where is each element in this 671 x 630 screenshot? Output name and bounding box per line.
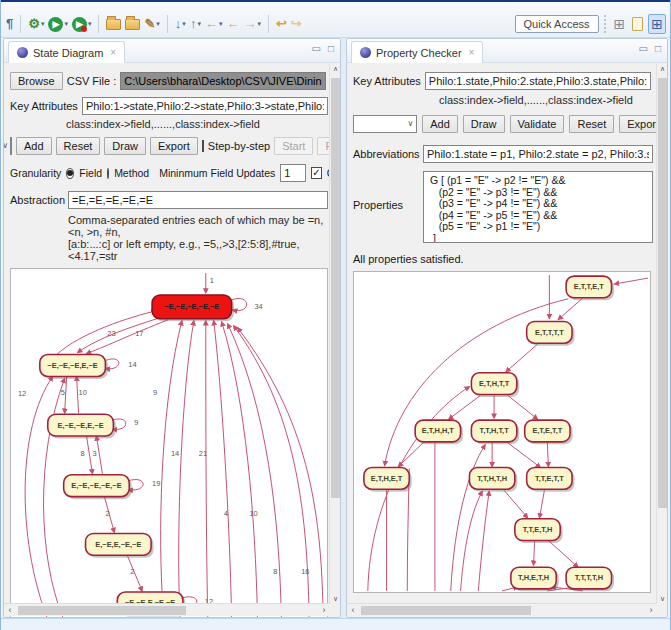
graph-edge [547, 443, 548, 467]
push-up-icon[interactable]: ↑▾ [189, 14, 202, 34]
close-icon[interactable]: × [469, 47, 475, 58]
scroll-right-icon[interactable]: › [318, 605, 330, 615]
scroll-left-icon[interactable]: ‹ [347, 605, 359, 615]
main-toolbar: ¶⚙▾▶▾▶▾✎▾↓▾↑▾←▾←→▾↩↪ Quick Access ⊞ ⊞ [1, 2, 670, 38]
method-radio[interactable] [107, 168, 109, 179]
graph-edge [179, 321, 194, 617]
draw-button[interactable]: Draw [104, 137, 146, 155]
csv-path-field[interactable] [120, 72, 326, 90]
last-edit-location-icon[interactable]: ↩ [275, 14, 288, 34]
close-icon[interactable]: × [110, 47, 116, 58]
new-file-icon[interactable] [632, 17, 643, 31]
attribute-combo[interactable]: ∨ [10, 137, 12, 155]
tab-title: Property Checker [376, 47, 462, 59]
state-node-label: E,~E,E,~E,~E [95, 540, 141, 549]
property-graph-canvas[interactable]: E,T,T,E,TE,T,T,T,TE,T,H,T,TE,T,H,H,TT,T,… [353, 271, 651, 593]
key-attributes-hint: class:index->field,......,class:index->f… [66, 118, 340, 130]
key-attributes-input[interactable] [425, 72, 651, 90]
maximize-icon[interactable]: □ [328, 44, 334, 54]
view-sphere-icon [17, 47, 28, 58]
tab-state-diagram[interactable]: State Diagram × [8, 41, 125, 63]
scrollbar-thumb[interactable] [331, 78, 340, 498]
graph-edge [478, 491, 489, 591]
graph-edge [508, 443, 541, 468]
scroll-up-icon[interactable]: ∧ [330, 65, 340, 73]
scroll-down-icon[interactable]: ∨ [657, 595, 667, 603]
csv-file-label: CSV File : [67, 75, 117, 87]
open-folder-icon[interactable] [105, 14, 122, 34]
horizontal-scrollbar[interactable]: ‹ › [347, 603, 657, 616]
scroll-down-icon[interactable]: ∨ [330, 595, 340, 603]
workbench-area: State Diagram × ▭ □ Browse CSV File : Ke… [3, 38, 668, 618]
quick-access-button[interactable]: Quick Access [515, 15, 599, 33]
scroll-left-icon[interactable]: ‹ [4, 605, 16, 615]
vertical-scrollbar[interactable]: ∧ ∨ [656, 64, 667, 604]
graph-edge [504, 490, 528, 518]
forward-icon[interactable]: →▾ [242, 14, 262, 34]
scroll-up-icon[interactable]: ∧ [657, 65, 667, 73]
graph-edge [78, 318, 160, 353]
annotate-brush-icon[interactable]: ✎▾ [143, 14, 160, 34]
add-button[interactable]: Add [422, 115, 458, 133]
min-field-updates-input[interactable] [280, 164, 306, 182]
add-button[interactable]: Add [16, 137, 52, 155]
open-perspective-icon[interactable]: ⊞ [612, 15, 628, 33]
graph-edge [461, 491, 483, 591]
back-icon[interactable]: ← [225, 14, 240, 34]
property-checker-content: Key Attributes class:index->field,......… [347, 64, 667, 617]
edge-count-label: 3 [92, 449, 96, 458]
field-radio[interactable] [66, 168, 74, 179]
tab-title: State Diagram [33, 47, 103, 59]
debug-icon[interactable]: ⚙▾ [27, 14, 45, 34]
step-by-step-checkbox[interactable] [202, 140, 204, 152]
graph-edge [539, 490, 544, 518]
toolbar-separator [167, 15, 168, 33]
edge-count-label: 10 [249, 509, 257, 518]
minimize-icon[interactable]: ▭ [639, 44, 648, 54]
back-history-icon[interactable]: ←▾ [204, 14, 224, 34]
reset-button[interactable]: Reset [56, 137, 101, 155]
abstraction-input[interactable] [68, 191, 328, 209]
abstraction-label: Abstraction [10, 194, 64, 206]
run-coverage-icon[interactable]: ▶▾ [71, 14, 93, 34]
graph-edge [65, 376, 67, 413]
method-radio-label: Method [114, 167, 149, 179]
draw-button[interactable]: Draw [463, 115, 505, 133]
property-checker-panel: Property Checker × ▭ □ Key Attributes cl… [346, 38, 668, 618]
count-trans-checkbox[interactable]: ✓ [311, 167, 321, 179]
scroll-right-icon[interactable]: › [645, 605, 657, 615]
scrollbar-thumb[interactable] [18, 606, 186, 615]
key-attributes-input[interactable] [82, 97, 328, 115]
state-node-label: E,T,H,H,T [422, 426, 455, 435]
browse-button[interactable]: Browse [10, 72, 63, 90]
run-icon[interactable]: ▶▾ [47, 14, 69, 34]
property-combo[interactable]: ∨ [353, 115, 417, 133]
state-node-label: E,~E,~E,~E,~E [71, 481, 121, 490]
state-node-label: T,T,H,T,T [479, 426, 509, 435]
tab-property-checker[interactable]: Property Checker × [351, 41, 483, 63]
abbreviations-input[interactable] [423, 145, 653, 163]
state-node-label: T,H,E,T,H [518, 573, 549, 582]
fetch-down-icon[interactable]: ↓▾ [174, 14, 187, 34]
next-edit-location-icon[interactable]: ↪ [290, 14, 303, 34]
active-perspective-icon[interactable]: ⊞ [648, 14, 666, 34]
field-radio-label: Field [79, 167, 102, 179]
validate-button[interactable]: Validate [510, 115, 565, 133]
reset-button[interactable]: Reset [569, 115, 614, 133]
open-import-icon[interactable] [124, 14, 141, 34]
edge-count-label: 9 [153, 388, 157, 397]
vertical-scrollbar[interactable]: ∧ ∨ [329, 64, 340, 604]
console-icon[interactable]: ¶ [5, 14, 14, 34]
properties-input[interactable]: G [ (p1 = "E" -> p2 != "E") && (p2 = "E"… [423, 171, 653, 243]
scrollbar-thumb[interactable] [361, 606, 531, 615]
state-node-label: T,T,T,T,H [575, 573, 603, 582]
start-button[interactable]: Start [274, 137, 313, 155]
minimize-icon[interactable]: ▭ [311, 44, 320, 54]
horizontal-scrollbar[interactable]: ‹ › [4, 603, 330, 616]
graph-edge [87, 320, 168, 354]
edge-count-label: 2 [130, 567, 134, 576]
state-diagram-canvas[interactable]: 1342317145109831922121291421410816~E,~E,… [10, 268, 328, 617]
export-button[interactable]: Export [150, 137, 198, 155]
maximize-icon[interactable]: □ [655, 44, 661, 54]
scrollbar-thumb[interactable] [658, 78, 667, 508]
